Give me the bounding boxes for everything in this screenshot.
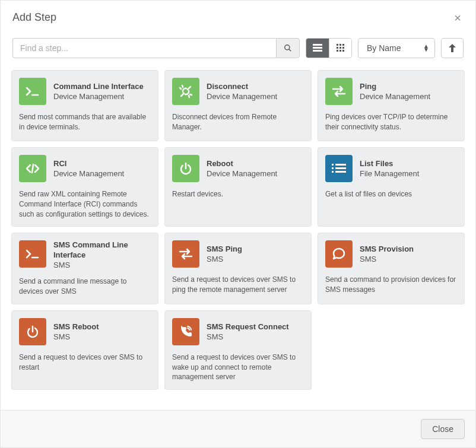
step-card-reboot[interactable]: Reboot Device Management Restart devices… — [164, 147, 312, 227]
card-titles: Ping Device Management — [360, 78, 430, 105]
close-icon-button[interactable]: × — [452, 12, 464, 24]
card-titles: SMS Ping SMS — [207, 240, 242, 268]
code-icon — [19, 155, 46, 182]
list-icon — [313, 44, 322, 52]
step-card-list-files[interactable]: List Files File Management Get a list of… — [318, 147, 465, 227]
card-titles: List Files File Management — [360, 155, 419, 182]
svg-rect-22 — [332, 171, 334, 173]
card-category: SMS — [53, 332, 99, 341]
step-card-cli[interactable]: Command Line Interface Device Management… — [11, 70, 158, 141]
chat-icon — [325, 240, 353, 268]
close-icon: × — [454, 11, 461, 24]
card-titles: SMS Request Connect SMS — [207, 318, 289, 345]
card-titles: Reboot Device Management — [207, 155, 277, 182]
svg-line-15 — [32, 164, 33, 173]
card-header: RCI Device Management — [19, 155, 151, 182]
step-card-rci[interactable]: RCI Device Management Send raw XML conta… — [11, 147, 158, 227]
card-category: Device Management — [53, 169, 124, 178]
svg-rect-13 — [342, 50, 344, 52]
step-grid: Command Line Interface Device Management… — [1, 70, 475, 390]
step-card-sms-reboot[interactable]: SMS Reboot SMS Send a request to devices… — [11, 310, 158, 390]
svg-rect-11 — [337, 50, 338, 52]
card-description: Send a command to provision devices for … — [325, 275, 457, 295]
search-group — [12, 38, 300, 58]
svg-point-0 — [285, 45, 290, 50]
card-titles: Disconnect Device Management — [207, 78, 277, 105]
card-category: Device Management — [207, 92, 277, 101]
card-description: Disconnect devices from Remote Manager. — [172, 112, 304, 132]
exchange-icon — [172, 240, 199, 268]
card-header: Reboot Device Management — [172, 155, 304, 182]
card-title: SMS Provision — [360, 244, 414, 255]
card-category: SMS — [53, 260, 151, 269]
search-input[interactable] — [12, 38, 276, 58]
view-grid-button[interactable] — [329, 39, 351, 58]
step-card-ping[interactable]: Ping Device Management Ping devices over… — [318, 70, 465, 141]
card-title: Command Line Interface — [53, 82, 144, 92]
step-card-sms-provision[interactable]: SMS Provision SMS Send a command to prov… — [318, 233, 465, 304]
search-button[interactable] — [276, 38, 300, 58]
card-header: SMS Reboot SMS — [19, 318, 151, 345]
card-category: SMS — [207, 255, 242, 263]
svg-rect-21 — [335, 167, 346, 169]
svg-rect-10 — [342, 47, 344, 49]
card-header: Disconnect Device Management — [172, 78, 304, 105]
card-category: Device Management — [207, 169, 277, 178]
step-card-disconnect[interactable]: Disconnect Device Management Disconnect … — [164, 70, 312, 141]
card-titles: SMS Provision SMS — [360, 240, 414, 268]
card-description: Get a list of files on devices — [325, 189, 457, 199]
svg-rect-2 — [313, 44, 322, 46]
step-card-sms-request-connect[interactable]: SMS Request Connect SMS Send a request t… — [164, 310, 312, 390]
power-icon — [19, 318, 46, 345]
sort-wrap: By Name ▲▼ — [358, 38, 435, 58]
disconnect-icon — [172, 78, 199, 105]
modal-title: Add Step — [12, 11, 56, 24]
step-card-sms-ping[interactable]: SMS Ping SMS Send a request to devices o… — [164, 233, 312, 304]
card-description: Ping devices over TCP/IP to determine th… — [325, 112, 457, 132]
svg-rect-19 — [335, 164, 346, 166]
search-icon — [284, 44, 292, 52]
card-description: Send a request to devices over SMS to pi… — [172, 275, 304, 295]
view-list-button[interactable] — [306, 39, 329, 58]
svg-rect-18 — [332, 164, 334, 166]
power-icon — [172, 155, 199, 182]
sort-direction-button[interactable] — [441, 38, 464, 58]
modal-header: Add Step × — [1, 1, 475, 32]
card-title: SMS Reboot — [53, 322, 99, 332]
svg-rect-23 — [335, 171, 346, 173]
list-files-icon — [325, 155, 353, 182]
card-description: Send a request to devices over SMS to wa… — [172, 352, 304, 382]
svg-rect-6 — [339, 44, 341, 46]
toolbar: By Name ▲▼ — [1, 38, 475, 58]
add-step-modal: Add Step × By Name ▲▼ — [0, 0, 476, 448]
card-category: Device Management — [360, 92, 430, 101]
card-title: List Files — [360, 159, 419, 169]
card-description: Send most commands that are available in… — [19, 112, 151, 132]
exchange-icon — [325, 78, 353, 105]
card-title: RCI — [53, 159, 124, 169]
card-header: SMS Command Line Interface SMS — [19, 240, 151, 269]
card-header: SMS Ping SMS — [172, 240, 304, 268]
card-title: Disconnect — [207, 82, 277, 92]
close-button[interactable]: Close — [421, 419, 465, 439]
modal-footer: Close — [1, 410, 475, 447]
sort-select[interactable]: By Name — [358, 38, 435, 58]
card-header: List Files File Management — [325, 155, 457, 182]
phone-ring-icon — [172, 318, 199, 345]
card-title: SMS Command Line Interface — [53, 240, 151, 260]
card-description: Send raw XML containing Remote Command I… — [19, 189, 151, 219]
svg-rect-20 — [332, 167, 334, 169]
svg-rect-8 — [337, 47, 338, 49]
card-category: Device Management — [53, 92, 144, 101]
card-titles: RCI Device Management — [53, 155, 124, 182]
card-description: Restart devices. — [172, 189, 304, 199]
svg-rect-12 — [339, 50, 341, 52]
step-card-sms-cli[interactable]: SMS Command Line Interface SMS Send a co… — [11, 233, 158, 304]
svg-rect-7 — [342, 44, 344, 46]
card-titles: Command Line Interface Device Management — [53, 78, 144, 105]
svg-line-1 — [289, 49, 291, 52]
svg-rect-3 — [313, 47, 322, 49]
svg-rect-9 — [339, 47, 341, 49]
terminal-icon — [19, 240, 46, 268]
card-header: Ping Device Management — [325, 78, 457, 105]
